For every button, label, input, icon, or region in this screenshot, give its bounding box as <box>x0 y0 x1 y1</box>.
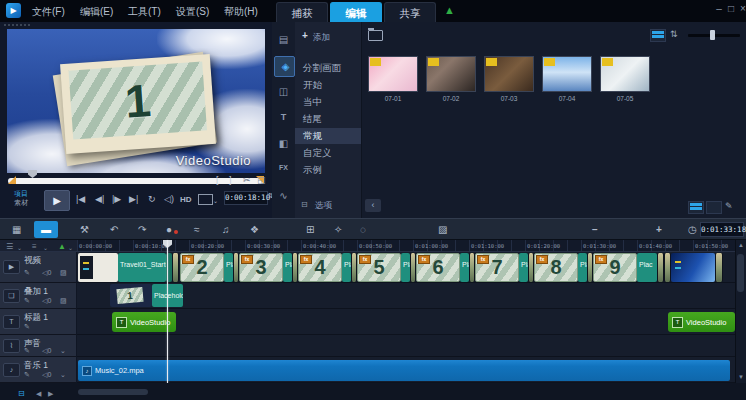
menu-edit[interactable]: 编辑(E) <box>80 5 113 19</box>
upgrade-arrow-icon[interactable]: ▲ <box>444 4 455 16</box>
track-header-title[interactable]: T 标题 1 ✎ <box>0 309 76 335</box>
clip-transition[interactable]: Pla <box>283 253 292 282</box>
overlay-track-row[interactable]: 1 Placehold <box>77 283 735 309</box>
auto-music-icon[interactable]: ♫ <box>222 224 230 235</box>
preview-scrubber[interactable] <box>8 178 264 184</box>
ripple-edit-icon[interactable]: ▲ <box>58 242 66 251</box>
clip-photo-sliver[interactable] <box>657 253 664 282</box>
clip-transition[interactable]: Pla <box>342 253 351 282</box>
prev-frame-button[interactable]: ◀| <box>95 194 104 204</box>
library-panel-toggle-icon[interactable] <box>688 201 704 214</box>
horizontal-scrollbar-thumb[interactable] <box>78 389 148 395</box>
mode-clip-toggle[interactable]: 素材 <box>14 198 28 208</box>
clip-photo-sliver[interactable] <box>664 253 671 282</box>
category-custom[interactable]: 自定义 <box>295 145 361 161</box>
scroll-up-icon[interactable]: ▲ <box>738 242 744 248</box>
play-button[interactable]: ▶ <box>44 190 70 211</box>
track-mute-icon[interactable]: ◁0 <box>42 347 51 355</box>
scroll-right-icon[interactable]: ▶ <box>48 390 53 398</box>
tools-icon[interactable]: ⚒ <box>80 224 89 235</box>
track-height-icon[interactable]: ⊟ <box>18 389 25 398</box>
clip-number-card[interactable]: fx9 <box>593 253 637 282</box>
tab-share[interactable]: 共享 <box>384 2 436 23</box>
clip-title-2[interactable]: T VideoStudio <box>668 312 735 332</box>
clip-transition-end[interactable]: Plac <box>637 253 657 282</box>
clip-intro[interactable] <box>78 253 118 282</box>
split-clip-icon[interactable]: ✂ <box>243 175 251 185</box>
tab-edit[interactable]: 编辑 <box>330 2 382 23</box>
clip-photo-sliver[interactable] <box>172 253 179 282</box>
track-manager-caret-icon[interactable]: ⌄ <box>17 244 22 251</box>
clip-number-card[interactable]: fx6 <box>416 253 460 282</box>
resolution-caret-icon[interactable]: ⌄ <box>213 197 218 204</box>
template-thumbnail[interactable] <box>426 56 476 92</box>
sort-icon[interactable]: ⇅ <box>670 29 678 39</box>
clip-overlay-thumbnail[interactable]: 1 <box>110 284 152 307</box>
track-header-video[interactable]: ▶ 视频 ✎ ◁0 ▨ <box>0 252 76 283</box>
zoom-in-icon[interactable]: + <box>656 224 662 235</box>
title-track-row[interactable]: T VideoStudio T VideoStudio <box>77 309 735 335</box>
track-header-voice[interactable]: ⌇ 声音 ✎ ◁0 ⌄ <box>0 335 76 357</box>
graphic-icon[interactable]: ◧ <box>272 138 295 149</box>
menu-file[interactable]: 文件(F) <box>32 5 65 19</box>
instant-project-active-box[interactable]: ◈ <box>274 56 295 77</box>
sound-mixer-icon[interactable]: ≈ <box>194 224 200 235</box>
timeline-ruler[interactable]: 0:00:00:00 0:00:10:00 0:00:20:00 0:00:30… <box>77 240 735 252</box>
mask-creator-icon[interactable]: ▨ <box>438 224 447 235</box>
clip-photo-sliver[interactable] <box>715 253 723 282</box>
home-button[interactable]: |◀ <box>76 194 85 204</box>
template-thumbnail[interactable] <box>542 56 592 92</box>
template-thumbnail[interactable] <box>484 56 534 92</box>
clip-transition[interactable]: Pla <box>519 253 528 282</box>
music-track-row[interactable]: ♪ Music_02.mpa <box>77 357 735 383</box>
timeline-view-icon[interactable]: ▬ <box>34 221 58 238</box>
clip-music[interactable]: ♪ Music_02.mpa <box>78 360 730 381</box>
clip-transition[interactable]: Pla <box>578 253 587 282</box>
scroll-down-icon[interactable]: ▼ <box>738 374 744 380</box>
track-header-music[interactable]: ♪ 音乐 1 ✎ ◁0 ⌄ <box>0 357 76 383</box>
hd-toggle[interactable]: HD <box>180 195 192 204</box>
media-icon[interactable]: ▤ <box>272 34 295 45</box>
clip-intro-label[interactable]: Travel01_Starto <box>118 253 166 282</box>
vertical-scrollbar-thumb[interactable] <box>737 254 744 292</box>
enlarge-preview-icon[interactable]: ◱ <box>257 175 266 185</box>
clip-transition[interactable]: Pla <box>460 253 469 282</box>
menu-tools[interactable]: 工具(T) <box>128 5 161 19</box>
clip-number-card[interactable]: fx7 <box>475 253 519 282</box>
title-category-icon[interactable]: T <box>272 112 295 122</box>
options-icon[interactable]: ⊟ <box>301 200 308 209</box>
project-duration-timecode[interactable]: 0:01:33:18 <box>700 222 744 237</box>
clip-number-card[interactable]: fx4 <box>298 253 342 282</box>
template-thumbnail[interactable] <box>368 56 418 92</box>
clip-number-card[interactable]: fx8 <box>534 253 578 282</box>
add-template-label[interactable]: 添加 <box>313 32 330 44</box>
add-folder-icon[interactable] <box>368 30 383 41</box>
voice-track-row[interactable] <box>77 335 735 357</box>
track-mute-icon[interactable]: ◁0 <box>42 371 51 379</box>
clip-number-card[interactable]: fx2 <box>180 253 224 282</box>
track-edit-icon[interactable]: ✎ <box>24 347 30 355</box>
menu-settings[interactable]: 设置(S) <box>176 5 209 19</box>
track-mute-icon[interactable]: ◁0 <box>42 297 51 305</box>
list-view-toggle-icon[interactable] <box>650 29 666 42</box>
template-thumbnail[interactable] <box>600 56 650 92</box>
category-end[interactable]: 结尾 <box>295 111 361 127</box>
add-template-icon[interactable]: + <box>302 30 308 41</box>
clip-transition[interactable]: Pla <box>401 253 410 282</box>
track-chevron-icon[interactable]: ⌄ <box>60 347 66 355</box>
video-track-row[interactable]: Travel01_Starto fx2 Pla fx3 Pla fx4 Pla … <box>77 252 735 283</box>
track-header-overlay[interactable]: ❏ 叠加 1 ✎ ◁0 ▨ <box>0 283 76 309</box>
clip-number-card[interactable]: fx3 <box>239 253 283 282</box>
thumbnail-size-slider-thumb[interactable] <box>710 30 715 40</box>
category-split-screen[interactable]: 分割画面 <box>295 60 361 76</box>
effects-wand-icon[interactable]: ✧ <box>334 224 342 235</box>
preview-timecode[interactable]: 0:00:18:10 <box>224 191 268 205</box>
track-edit-icon[interactable]: ✎ <box>24 323 30 331</box>
menu-help[interactable]: 帮助(H) <box>224 5 258 19</box>
clip-ending[interactable] <box>671 253 715 282</box>
next-frame-button[interactable]: |▶ <box>112 194 121 204</box>
filter-fx-icon[interactable]: FX <box>272 164 295 171</box>
ripple-caret-icon[interactable]: ⌄ <box>68 244 73 251</box>
trim-handle-left[interactable] <box>8 176 16 184</box>
close-button[interactable]: × <box>736 3 746 14</box>
